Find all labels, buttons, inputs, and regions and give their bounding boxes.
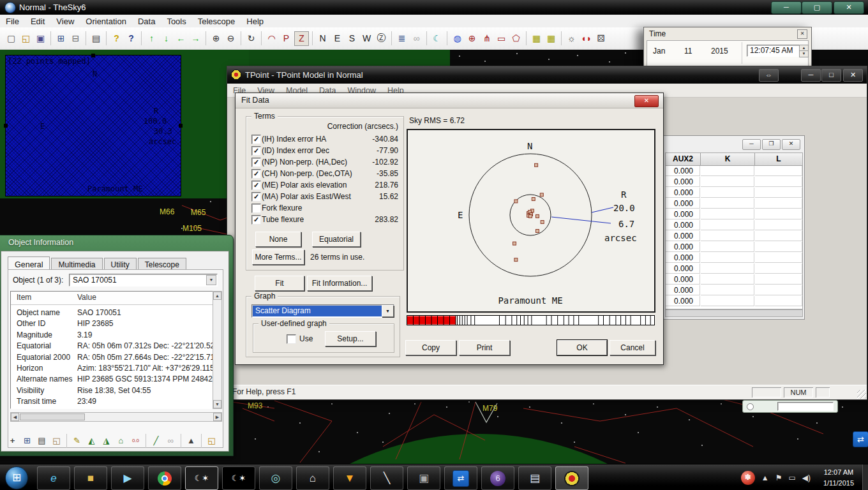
scroll-right-icon[interactable]: ▶ — [213, 413, 221, 421]
constellation-figure-icon[interactable]: ⋔ — [480, 32, 493, 45]
minimize-button[interactable]: ─ — [742, 139, 761, 150]
term-checkbox[interactable] — [251, 204, 261, 213]
grid-cell[interactable]: 0.000 — [666, 296, 700, 306]
grid-cell[interactable] — [701, 198, 754, 209]
grid-cell[interactable] — [701, 209, 754, 219]
none-button[interactable]: None — [255, 232, 301, 247]
menu-data[interactable]: Data — [132, 15, 161, 27]
pan-left-icon[interactable]: ← — [174, 32, 188, 45]
menu-orientation[interactable]: Orientation — [80, 15, 132, 27]
scroll-up-icon[interactable]: ▲ — [213, 292, 221, 300]
grid-cell[interactable] — [701, 242, 754, 252]
grid-cell[interactable] — [755, 285, 802, 295]
restore-button[interactable]: ❐ — [762, 139, 781, 150]
grid-cell[interactable]: 0.000 — [666, 264, 700, 274]
minimize-button[interactable]: ─ — [801, 69, 821, 82]
pan-right-icon[interactable]: → — [189, 32, 202, 45]
taskbar-camera-lens[interactable]: ◎ — [259, 466, 292, 490]
taskbar-planetarium[interactable]: ▼ — [333, 466, 366, 490]
scrollbar-thumb[interactable] — [20, 413, 85, 420]
new-document-icon[interactable]: ▢ — [4, 32, 18, 45]
taskbar-dslr-camera[interactable]: ▣ — [407, 466, 440, 490]
grid-cell[interactable] — [755, 209, 802, 219]
copy-icon[interactable]: ⊞ — [54, 32, 68, 45]
fit-data-dialog[interactable]: Fit Data ✕ Terms Correction (arcsecs.) ✓… — [235, 93, 664, 365]
grid-cell[interactable] — [701, 264, 754, 274]
status-panel-icon[interactable]: ▦ — [530, 32, 543, 45]
grid-cell[interactable]: 0.000 — [666, 242, 700, 252]
eject-icon[interactable]: ▲ — [184, 434, 198, 447]
table-row[interactable]: Equatorial 2000RA: 05h 05m 27.664s Dec: … — [11, 353, 213, 364]
taskbar-telescope[interactable]: ╲ — [370, 466, 403, 490]
minimize-button[interactable]: ─ — [771, 1, 802, 14]
look-zenith-icon[interactable]: Ⓩ — [375, 32, 388, 45]
table-row[interactable]: VisibilityRise 18:38, Set 04:55 — [11, 386, 213, 397]
zoom-out-icon[interactable]: ⊖ — [224, 32, 237, 45]
term-checkbox[interactable]: ✓ — [251, 192, 261, 202]
table-row[interactable]: Alternate namesHIP 23685 GSC 5913:1374 P… — [11, 375, 213, 385]
link-icon[interactable]: ∞ — [164, 434, 177, 447]
menu-telescope[interactable]: Telescope — [192, 15, 241, 27]
column-header-item[interactable]: Item — [17, 293, 31, 302]
term-checkbox[interactable]: ✓ — [251, 215, 261, 225]
column-header-l[interactable]: L — [755, 153, 803, 166]
brightness-icon[interactable]: ☼ — [565, 32, 578, 45]
refresh-icon[interactable]: ↻ — [244, 32, 258, 45]
menu-file[interactable]: File — [0, 15, 25, 27]
grid-cell[interactable] — [701, 188, 754, 198]
look-south-icon[interactable]: S — [345, 32, 359, 45]
tray-network-icon[interactable]: ▭ — [788, 473, 795, 482]
grid-cell[interactable] — [755, 296, 802, 306]
coordinates-icon[interactable]: 0.0 — [129, 434, 142, 447]
grid-cell[interactable]: 0.000 — [666, 274, 700, 285]
marker-icon[interactable]: ✎ — [70, 434, 84, 447]
more-terms-button[interactable]: More Terms... — [252, 249, 304, 265]
month-field[interactable]: Jan — [653, 47, 665, 56]
grid-cell[interactable] — [701, 253, 754, 263]
taskbar-thesky6-night-2[interactable]: ☾✶ — [222, 466, 255, 490]
tray-action-center-flag[interactable]: ⚑ — [775, 473, 782, 482]
time-window[interactable]: Time ✕ Jan 11 2015 12:07:45 AM ▲ ▼ Su Mo… — [643, 27, 812, 67]
taskbar-image-viewer[interactable]: ▤ — [518, 466, 551, 490]
grid-cell[interactable]: 0.000 — [666, 220, 700, 230]
grid-cell[interactable] — [755, 264, 802, 274]
data-grid[interactable]: AUX2KL0.0000.0000.0000.0000.0000.0000.00… — [665, 152, 803, 309]
grid-cell[interactable] — [701, 274, 754, 285]
chevron-down-icon[interactable]: ▼ — [206, 275, 216, 285]
catalog-icon[interactable]: ◱ — [50, 434, 63, 447]
grid-cell[interactable] — [755, 242, 802, 252]
table-row[interactable]: Other IDHIP 23685 — [11, 319, 213, 330]
telescope-icon[interactable]: ╱ — [149, 434, 163, 447]
grid-cell[interactable] — [755, 220, 802, 230]
zoom-in-icon[interactable]: ⊕ — [209, 32, 223, 45]
look-north-icon[interactable]: N — [316, 32, 329, 45]
close-icon[interactable]: ✕ — [634, 95, 659, 107]
celestial-sphere-icon[interactable]: ◍ — [451, 32, 464, 45]
grid-cell[interactable] — [755, 177, 802, 187]
grid-cell[interactable] — [701, 166, 754, 176]
ok-button[interactable]: OK — [557, 340, 607, 355]
scroll-down-icon[interactable]: ▼ — [213, 400, 221, 408]
open-folder-icon[interactable]: ◱ — [205, 434, 218, 447]
grid-cell[interactable] — [701, 231, 754, 241]
value-box[interactable] — [777, 402, 834, 411]
menu-view[interactable]: View — [50, 15, 80, 27]
grid-cell[interactable] — [701, 285, 754, 295]
grid-cell[interactable] — [701, 296, 754, 306]
horizon-icon[interactable]: ◭ — [85, 434, 98, 447]
globe-icon[interactable]: ⊕ — [465, 32, 479, 45]
grid-cell[interactable]: 0.000 — [666, 253, 700, 263]
taskbar-chrome[interactable] — [148, 466, 181, 490]
table-row[interactable]: Object nameSAO 170051 — [11, 308, 213, 319]
grid-cell[interactable] — [755, 188, 802, 198]
night-vision-icon[interactable]: ◖◗ — [580, 32, 593, 45]
equatorial-button[interactable]: Equatorial — [312, 232, 361, 247]
help-icon[interactable]: ? — [110, 32, 123, 45]
menu-help[interactable]: Help — [241, 15, 269, 27]
horizontal-scrollbar[interactable] — [665, 309, 803, 317]
taskbar-thesky6-night[interactable]: ☾✶ — [185, 466, 218, 490]
link-icon[interactable]: ∞ — [410, 32, 423, 45]
menu-edit[interactable]: Edit — [25, 15, 50, 27]
fit-information-button[interactable]: Fit Information... — [307, 276, 372, 291]
grid-cell[interactable] — [755, 166, 802, 176]
